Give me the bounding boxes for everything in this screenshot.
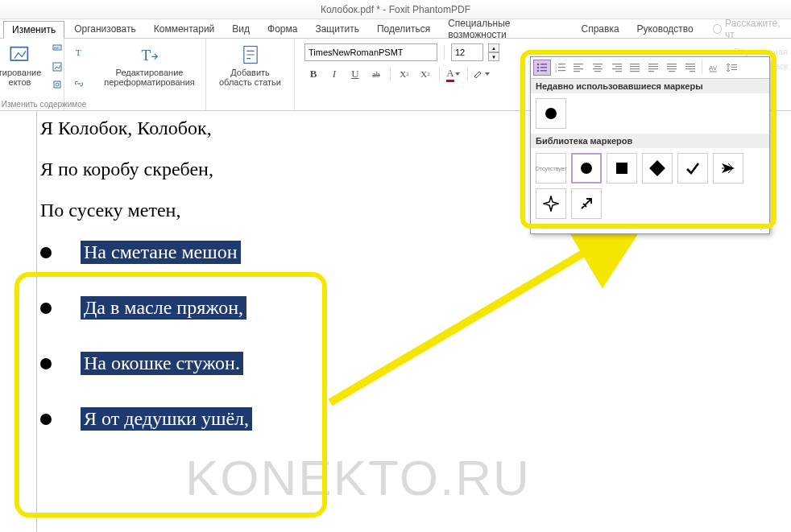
- recent-markers-title: Недавно использовавшиеся маркеры: [531, 79, 769, 93]
- article-icon: [239, 43, 262, 66]
- justify-right-button[interactable]: [681, 60, 699, 76]
- svg-text:3: 3: [555, 69, 557, 72]
- svg-point-5: [56, 83, 59, 86]
- font-size-stepper[interactable]: ▲▼: [488, 43, 499, 61]
- edit-objects-button[interactable]: тирование ектов: [0, 42, 43, 89]
- underline-button[interactable]: U: [346, 66, 364, 82]
- tab-view[interactable]: Вид: [224, 21, 258, 37]
- svg-rect-40: [648, 68, 658, 69]
- highlight-button[interactable]: [473, 66, 491, 82]
- tab-organize[interactable]: Организовать: [66, 21, 144, 37]
- svg-rect-31: [615, 66, 622, 67]
- circle-icon: [581, 163, 592, 174]
- svg-rect-34: [630, 64, 640, 64]
- svg-rect-37: [630, 71, 640, 72]
- tab-edit[interactable]: Изменить: [3, 21, 64, 39]
- svg-rect-27: [594, 66, 601, 67]
- line-spacing-button[interactable]: [723, 60, 741, 76]
- add-article-area-button[interactable]: Добавить область статьи: [217, 42, 283, 89]
- svg-rect-32: [612, 68, 622, 69]
- watermark: KONEKTO.RU: [185, 449, 531, 506]
- char-spacing-button[interactable]: AV: [705, 60, 723, 76]
- svg-point-14: [537, 70, 540, 72]
- align-right-button[interactable]: [607, 60, 625, 76]
- marker-arrow[interactable]: [713, 153, 743, 184]
- ribbon-group-reflow: Tt Редактирование переформатирования: [93, 39, 206, 110]
- svg-point-10: [537, 64, 540, 66]
- article-label: Добавить область статьи: [219, 68, 281, 87]
- reflow-edit-button[interactable]: Tt Редактирование переформатирования: [102, 42, 196, 89]
- svg-rect-15: [540, 70, 547, 72]
- align-justify-button[interactable]: [626, 60, 644, 76]
- tab-form[interactable]: Форма: [259, 21, 305, 37]
- ribbon-text-col: T: [64, 39, 93, 110]
- reflow-icon: Tt: [139, 43, 161, 66]
- bullet-list-button[interactable]: [533, 60, 551, 76]
- font-family-select[interactable]: [304, 43, 437, 61]
- svg-rect-24: [574, 68, 583, 69]
- bullet-list[interactable]: На сметане мешон Да в масле пряжон, На о…: [40, 241, 252, 431]
- tab-guide[interactable]: Руководство: [629, 21, 702, 37]
- bullet-item[interactable]: На окошке стужон.: [40, 352, 252, 375]
- bold-button[interactable]: B: [304, 66, 322, 82]
- svg-text:AV: AV: [709, 64, 718, 72]
- svg-rect-30: [612, 64, 622, 64]
- bullet-text[interactable]: Да в масле пряжон,: [81, 296, 246, 320]
- marker-library-title: Библиотека маркеров: [531, 134, 769, 148]
- numbered-list-button[interactable]: 123: [552, 60, 569, 76]
- tab-help[interactable]: Справка: [574, 21, 627, 37]
- size-down[interactable]: ▼: [488, 52, 499, 61]
- text-line[interactable]: По сусеку метен,: [40, 200, 252, 221]
- svg-rect-25: [574, 71, 580, 72]
- bullet-item[interactable]: Я от дедушки ушёл,: [40, 407, 252, 431]
- align-left-button[interactable]: [570, 60, 588, 76]
- svg-rect-26: [593, 64, 603, 64]
- font-color-button[interactable]: A: [445, 66, 462, 82]
- marker-diamond[interactable]: [642, 153, 673, 184]
- bullet-text[interactable]: На окошке стужон.: [81, 352, 243, 375]
- text-line[interactable]: Я по коробу скребен,: [40, 159, 252, 180]
- marker-check[interactable]: [677, 153, 708, 184]
- tab-comment[interactable]: Комментарий: [146, 21, 223, 37]
- ribbon-tabs: Изменить Организовать Комментарий Вид Фо…: [0, 19, 791, 39]
- text-tool-button[interactable]: T: [68, 43, 89, 61]
- svg-rect-42: [667, 64, 677, 64]
- panel-resize-grip[interactable]: ⋰: [531, 224, 769, 233]
- font-size-select[interactable]: [451, 43, 483, 61]
- justify-left-button[interactable]: [644, 60, 662, 76]
- check-icon: [685, 160, 701, 176]
- objects-icon: [9, 43, 31, 66]
- reflow-label: Редактирование переформатирования: [104, 68, 194, 87]
- marker-sagittarius[interactable]: [571, 188, 602, 219]
- superscript-button[interactable]: X2: [396, 66, 413, 82]
- bullet-item[interactable]: На сметане мешон: [40, 241, 252, 264]
- bullet-dot-icon: [40, 414, 52, 425]
- subscript-button[interactable]: X2: [416, 66, 434, 82]
- svg-rect-51: [731, 64, 737, 65]
- tab-share[interactable]: Поделиться: [369, 21, 438, 37]
- align-center-button[interactable]: [589, 60, 607, 76]
- justify-center-button[interactable]: [663, 60, 681, 76]
- marker-circle[interactable]: [571, 153, 602, 184]
- tab-protect[interactable]: Защитить: [307, 21, 367, 37]
- bullet-text[interactable]: На сметане мешон: [81, 241, 241, 264]
- strikethrough-button[interactable]: ab: [367, 66, 385, 82]
- svg-rect-23: [574, 66, 580, 67]
- svg-rect-44: [667, 68, 677, 69]
- marker-square[interactable]: [607, 153, 637, 184]
- svg-rect-29: [594, 71, 601, 72]
- size-up[interactable]: ▲: [488, 43, 499, 52]
- marker-star4[interactable]: [536, 188, 566, 219]
- italic-button[interactable]: I: [325, 66, 343, 82]
- text-line[interactable]: Я Колобок, Колобок,: [40, 118, 252, 139]
- bullet-item[interactable]: Да в масле пряжон,: [40, 296, 252, 320]
- tell-me-search[interactable]: Расскажите, чт: [713, 18, 788, 40]
- paragraph-toolbar: 123 AV: [531, 57, 769, 79]
- link-tool-button[interactable]: [68, 75, 89, 93]
- ribbon-group-article: Добавить область статьи: [206, 39, 295, 110]
- bullet-text[interactable]: Я от дедушки ушёл,: [81, 407, 252, 431]
- document-text[interactable]: Я Колобок, Колобок, Я по коробу скребен,…: [40, 118, 252, 463]
- arrow-icon: [720, 160, 736, 176]
- recent-marker-circle[interactable]: [536, 98, 566, 129]
- marker-none[interactable]: Отсутствует: [536, 153, 566, 184]
